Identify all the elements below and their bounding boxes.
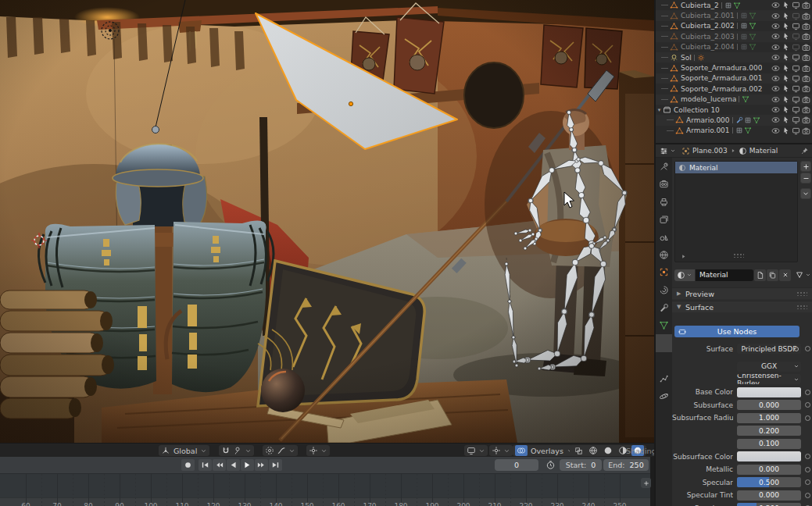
jump-end-button[interactable] [269,459,282,471]
tab-tool[interactable] [656,158,672,176]
record-button[interactable] [181,459,195,471]
snapping-group[interactable] [219,445,254,456]
selectable-toggle[interactable] [782,105,790,114]
hide-toggle[interactable] [771,105,780,114]
expander-icon[interactable]: ▾ [656,107,663,113]
property-field[interactable]: 0.000 [737,465,801,475]
timeline-editor[interactable]: 0 Start: 0 End: 250 60708090100110120130… [0,457,650,506]
outliner-row[interactable]: Armario.001 [656,126,812,136]
selectable-toggle[interactable] [782,74,790,83]
animate-decorator[interactable] [804,415,811,421]
frame-end-field[interactable]: End: 250 [603,459,649,471]
animate-decorator[interactable] [804,390,811,395]
render-disable-toggle[interactable] [802,1,810,9]
tab-world[interactable] [656,246,672,264]
outliner-row[interactable]: Cubierta_2.001 [656,10,812,20]
property-field[interactable]: 0.500 [737,477,801,487]
xray-toggle[interactable] [572,445,585,456]
slot-specials-button[interactable] [800,188,811,199]
viewport-disable-toggle[interactable] [792,126,800,135]
selectable-toggle[interactable] [782,126,790,135]
proportional-edit-group[interactable] [263,445,298,456]
tab-output[interactable] [656,193,672,211]
animate-decorator[interactable] [804,493,811,498]
transform-orientation-dropdown[interactable]: Global [159,445,209,456]
viewport-disable-toggle[interactable] [792,116,800,124]
render-disable-toggle[interactable] [802,95,810,104]
hide-toggle[interactable] [771,22,780,30]
hide-toggle[interactable] [771,12,780,20]
tab-particles[interactable] [656,369,672,387]
selectable-toggle[interactable] [782,12,790,20]
editor-type-button[interactable] [659,146,676,156]
duplicate-material-button[interactable] [767,269,778,281]
auto-keying-clock-icon[interactable] [543,459,557,471]
shading-solid-button[interactable] [602,445,614,456]
property-field[interactable]: GGX [737,362,801,372]
tab-object-data[interactable] [656,316,672,334]
outliner-row[interactable]: Soporte_Armadura.000 [656,62,812,73]
material-name-field[interactable]: Material [696,269,753,281]
property-field[interactable]: 0.200 [737,426,801,436]
render-disable-toggle[interactable] [802,105,810,114]
property-field[interactable]: Christensen-Burley [737,374,801,384]
animate-decorator[interactable] [804,346,811,351]
selectable-toggle[interactable] [782,1,790,9]
viewport-disable-toggle[interactable] [792,84,800,93]
render-disable-toggle[interactable] [802,53,810,62]
viewport-disable-toggle[interactable] [792,74,800,83]
selectable-toggle[interactable] [782,95,790,104]
viewport-scene[interactable] [0,0,654,443]
hide-toggle[interactable] [771,1,780,9]
play-button[interactable] [241,459,254,471]
viewport-disable-toggle[interactable] [792,105,800,114]
selectable-toggle[interactable] [782,116,790,124]
play-reverse-button[interactable] [227,459,240,471]
expand-icon[interactable] [680,253,687,260]
animate-decorator[interactable] [804,402,811,408]
tab-modifiers[interactable] [656,299,672,317]
outliner-row[interactable]: Sol [656,52,812,62]
timeline-ruler[interactable]: 6070809010011012013014015016017018019020… [0,474,650,506]
hide-toggle[interactable] [771,74,780,83]
current-frame-field[interactable]: 0 [495,459,538,471]
tab-object[interactable] [656,264,672,282]
overlays-toggle[interactable]: Overlays [513,445,576,456]
properties-editor[interactable]: Plane.003 Material Material [656,144,812,506]
remove-slot-button[interactable] [800,173,811,184]
object-types-visibility-dropdown[interactable] [464,445,488,456]
jump-start-button[interactable] [199,459,212,471]
hide-toggle[interactable] [771,43,780,52]
selectable-toggle[interactable] [782,53,790,62]
selectable-toggle[interactable] [782,43,790,52]
3d-viewport[interactable]: Global Overlays [0,0,654,457]
viewport-disable-toggle[interactable] [792,12,800,20]
viewport-disable-toggle[interactable] [792,53,800,62]
property-field[interactable]: 0.000 [737,400,801,410]
hide-toggle[interactable] [771,32,780,41]
property-field[interactable] [737,451,801,461]
tab-view-layer[interactable] [656,211,672,229]
hide-toggle[interactable] [771,53,780,62]
property-field[interactable]: 0.000 [737,490,801,501]
shading-wireframe-button[interactable] [587,445,599,456]
tab-physics[interactable] [656,387,672,405]
render-disable-toggle[interactable] [802,32,810,41]
frame-start-field[interactable]: Start: 0 [560,459,602,471]
property-field[interactable] [737,387,801,397]
tab-constraints[interactable] [656,281,672,299]
render-disable-toggle[interactable] [802,64,810,73]
outliner-row[interactable]: Cubierta_2.003 [656,31,812,41]
outliner-row[interactable]: modelo_lucerna [656,94,812,105]
animate-decorator[interactable] [804,454,811,459]
use-nodes-button[interactable]: Use Nodes [674,326,799,337]
render-disable-toggle[interactable] [802,43,810,52]
next-keyframe-button[interactable] [255,459,268,471]
outliner-row[interactable]: ▾Collection 10 [656,105,812,115]
render-disable-toggle[interactable] [802,126,810,135]
gizmos-dropdown[interactable] [489,445,513,456]
material-slot-list[interactable]: Material [674,161,798,262]
add-slot-button[interactable] [800,161,811,172]
hide-toggle[interactable] [771,116,780,124]
render-disable-toggle[interactable] [802,22,810,30]
